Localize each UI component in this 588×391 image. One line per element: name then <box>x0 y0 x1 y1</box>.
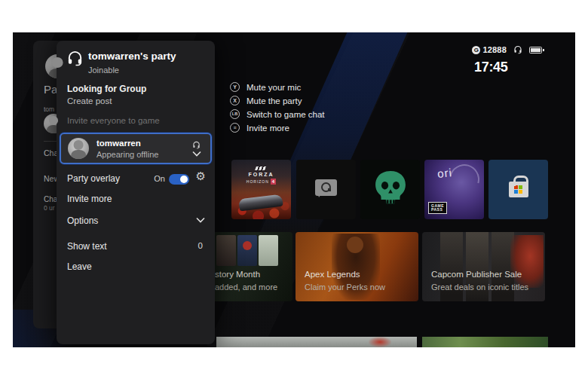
next-row-tile-partial <box>216 337 417 347</box>
shortcut-label: Mute the party <box>247 96 302 105</box>
party-title: tomwarren's party <box>88 50 176 62</box>
banner-subtitle: Claim your Perks now <box>305 283 385 292</box>
forza-4-badge: 4 <box>271 179 276 185</box>
tile-sea-of-thieves[interactable] <box>360 160 420 219</box>
gamerscore-value: 12888 <box>482 45 507 54</box>
party-joinable-status: Joinable <box>88 66 119 75</box>
tile-forza-horizon-4[interactable]: FORZA HORIZON 4 <box>231 160 291 219</box>
x-button-icon: X <box>230 96 240 105</box>
shortcut-label: Switch to game chat <box>247 110 325 119</box>
gamerscore: G 12888 <box>472 45 507 54</box>
tile-microsoft-store[interactable] <box>488 160 548 219</box>
page: FORZA HORIZON 4 <box>0 0 588 391</box>
banner-cover-1 <box>216 235 236 266</box>
avatar <box>68 138 89 159</box>
banner-cover-3 <box>259 235 278 266</box>
party-flyout: tomwarren's party Joinable Looking for G… <box>57 41 215 344</box>
banner-apex-legends[interactable]: Apex Legends Claim your Perks now <box>296 232 418 301</box>
banner-subtitle: added, and more <box>215 283 277 292</box>
game-pass-badge: GAME PASS <box>428 202 447 214</box>
forza-word: FORZA <box>231 172 291 177</box>
y-button-icon: Y <box>230 82 240 92</box>
shortcut-label: Mute your mic <box>247 83 301 92</box>
capcom-red-art <box>510 235 544 288</box>
party-member-row-selected[interactable]: tomwarren Appearing offline <box>60 133 212 164</box>
chat-avatar-glyph <box>321 182 331 192</box>
xbox-dashboard-screen: FORZA HORIZON 4 <box>13 32 575 347</box>
show-text-value: 0 <box>198 241 203 250</box>
guide-text-fragment: Cha <box>44 195 57 203</box>
menu-item-show-text[interactable]: Show text <box>67 241 107 252</box>
menu-item-looking-for-group[interactable]: Looking for Group <box>67 84 146 94</box>
member-status: Appearing offline <box>96 150 158 159</box>
status-bar: G 12888 <box>472 45 542 54</box>
ori-logo: ori <box>436 166 452 180</box>
party-overlay-state: On <box>154 174 165 183</box>
menu-item-options[interactable]: Options <box>67 215 98 226</box>
headset-icon <box>513 45 522 54</box>
tile-ori[interactable]: ori GAME PASS <box>424 160 484 219</box>
clock: 17:45 <box>474 60 508 75</box>
banner-title: Apex Legends <box>305 270 360 279</box>
banner-title: story Month <box>215 270 260 279</box>
forza-horizon-word: HORIZON <box>247 179 269 184</box>
forza-stripes-icon <box>255 166 268 170</box>
guide-text-fragment: 0 ur <box>44 204 55 212</box>
headset-icon <box>66 50 84 70</box>
banner-capcom-sale[interactable]: Capcom Publisher Sale Great deals on ico… <box>422 232 545 301</box>
sea-of-thieves-skull-icon <box>372 170 409 210</box>
shortcut-mute-the-party[interactable]: X Mute the party <box>230 96 325 105</box>
game-pass-badge-line2: PASS <box>431 208 444 212</box>
shortcut-switch-to-game-chat[interactable]: LB Switch to game chat <box>230 109 325 119</box>
banner-cover-2 <box>237 235 257 266</box>
member-name: tomwarren <box>96 139 141 148</box>
tile-chat[interactable] <box>296 160 356 219</box>
gamerscore-icon: G <box>472 46 480 54</box>
menu-item-leave[interactable]: Leave <box>67 261 92 272</box>
shortcut-mute-your-mic[interactable]: Y Mute your mic <box>230 82 325 92</box>
shortcut-list: Y Mute your mic X Mute the party LB Swit… <box>230 82 325 133</box>
shortcut-invite-more[interactable]: ≡ Invite more <box>230 123 325 133</box>
chat-bubble-icon <box>315 179 337 196</box>
party-overlay-toggle[interactable] <box>169 174 189 185</box>
chevron-down-icon[interactable] <box>192 151 201 157</box>
menu-item-party-overlay: Party overlay <box>67 173 120 184</box>
banner-subtitle: Great deals on iconic titles <box>431 283 528 292</box>
gear-icon[interactable]: ⚙ <box>196 170 206 182</box>
shortcut-label: Invite more <box>247 124 289 133</box>
menu-item-invite-everyone-to-game[interactable]: Invite everyone to game <box>67 116 160 125</box>
store-bag-icon <box>509 182 528 197</box>
guide-text-fragment: tom <box>44 105 54 113</box>
next-row-tile-partial <box>422 337 548 347</box>
banner-title: Capcom Publisher Sale <box>431 270 522 279</box>
lb-button-icon: LB <box>230 109 240 119</box>
forza-car-art <box>238 194 283 212</box>
battery-icon <box>529 47 542 53</box>
forza-logo: FORZA HORIZON 4 <box>231 166 291 185</box>
menu-button-icon: ≡ <box>230 123 240 133</box>
chevron-down-icon[interactable] <box>196 217 205 223</box>
menu-item-invite-more[interactable]: Invite more <box>67 194 112 204</box>
microsoft-logo <box>514 185 522 194</box>
looking-for-group-subtitle: Create post <box>67 96 112 105</box>
